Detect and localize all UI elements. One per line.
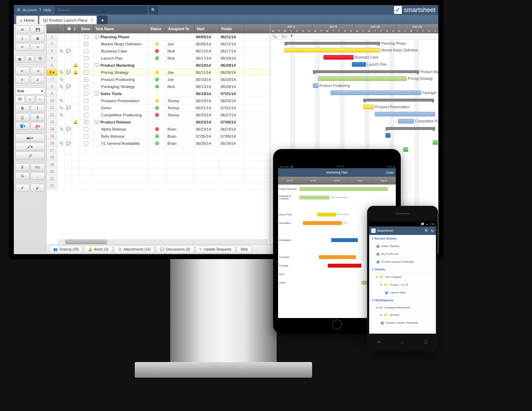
table-row[interactable]: 18 (46, 154, 270, 161)
phone-section-workspaces[interactable]: ▾ Workspaces (369, 297, 436, 304)
table-row[interactable]: 21 (46, 175, 270, 182)
phone-refresh-icon[interactable]: ↻ (431, 229, 434, 233)
paintbrush-button[interactable]: 🖌 (31, 184, 45, 192)
col-status[interactable]: Status (148, 24, 166, 33)
outdent-button[interactable]: ⇤ (15, 67, 29, 75)
phone-ws[interactable]: ▸ 📁Archive (369, 311, 436, 319)
collapse-toggle[interactable]: - (95, 35, 99, 39)
gantt-bar[interactable] (386, 133, 390, 138)
size-select[interactable]: 10 (15, 95, 24, 103)
table-row[interactable]: 9-Sales Tools06/19/1407/01/14 (46, 90, 270, 97)
table-row[interactable]: 20 (46, 168, 270, 175)
phone-section-sheets[interactable]: ▾ Sheets (369, 266, 436, 273)
bold-button[interactable]: B (15, 104, 29, 112)
underline-button[interactable]: U (15, 113, 29, 121)
done-checkbox[interactable] (84, 113, 88, 117)
save-button[interactable]: 💾 (31, 26, 45, 33)
calendar-view-button[interactable]: 📅 (35, 55, 45, 63)
bell-icon[interactable]: 🔔 (73, 120, 78, 124)
phone-folder[interactable]: ▾ 📁Dev Projects (369, 273, 436, 281)
search-input[interactable] (57, 8, 145, 12)
redo-button[interactable]: ↷ (31, 43, 45, 51)
size-up-button[interactable]: + (26, 95, 35, 103)
done-checkbox[interactable] (84, 56, 88, 60)
gantt-bar[interactable]: Planning Phase (284, 42, 380, 45)
phone-folder[interactable]: ▾ 📁Project - v1.75 (369, 281, 436, 289)
fill-color-button[interactable]: 🪣▾ (15, 122, 29, 130)
done-checkbox[interactable] (84, 70, 88, 75)
fx-button[interactable]: f(x) (31, 163, 45, 171)
table-row[interactable]: 10📎Prospect PresentationTeresa06/19/1406… (46, 97, 270, 104)
search-box[interactable] (55, 6, 147, 13)
clip-icon[interactable]: 📎 (59, 105, 64, 110)
gantt-bar[interactable] (363, 99, 434, 102)
table-row[interactable]: 19 (46, 161, 270, 168)
font-color-button[interactable]: A▾ (31, 122, 45, 130)
gantt-bar[interactable]: Pricing Strategy (318, 76, 407, 81)
percent-button[interactable]: % (15, 172, 29, 180)
table-row[interactable]: 22 (46, 182, 270, 190)
phone-back-icon[interactable]: ⇐ (377, 339, 381, 345)
close-tab-icon[interactable]: × (90, 18, 93, 22)
grid-view-button[interactable]: ▦ (15, 55, 24, 63)
phone-home-icon[interactable]: ⌂ (401, 339, 404, 345)
clip-icon[interactable]: 📎 (59, 77, 64, 82)
bubble-icon[interactable]: 💬 (66, 70, 71, 75)
done-checkbox[interactable] (84, 127, 88, 131)
table-row[interactable]: 5🔔-Product Marketing06/10/1406/28/14 (46, 62, 270, 69)
phone-recent-item[interactable]: ▦Sales Pipeline (369, 242, 436, 250)
collapse-toggle[interactable]: - (95, 92, 99, 95)
tab-web[interactable]: Web (237, 246, 251, 253)
italic-button[interactable]: I (31, 104, 45, 112)
undo-button[interactable]: ↶ (15, 43, 29, 51)
gantt-bar[interactable]: Market Reqts Definition (284, 48, 380, 53)
done-checkbox[interactable] (84, 49, 88, 53)
tablet-home-button[interactable] (332, 319, 342, 329)
done-checkbox[interactable] (84, 35, 88, 39)
zoom-out-icon[interactable]: 🔍− (272, 34, 279, 38)
phone-ws[interactable]: ▦Product Launch Schedule (369, 319, 436, 327)
collapse-toggle[interactable]: - (95, 63, 99, 67)
account-link[interactable]: Account (23, 8, 37, 12)
currency-button[interactable]: $ (15, 163, 29, 171)
phone-section-recent[interactable]: ▾ Recent Sheets (369, 235, 436, 242)
search-button[interactable]: 🔍 (149, 6, 158, 13)
tab-sharing[interactable]: 👥Sharing (39) (49, 246, 83, 253)
table-row[interactable]: 17 (46, 147, 270, 154)
tab-home[interactable]: ⌂ Home (16, 16, 38, 24)
col-finish[interactable]: Finish (219, 24, 244, 33)
tab-add[interactable]: + (98, 16, 107, 24)
table-row[interactable]: 2✓Market Reqts DefinitionJoe06/05/1406/2… (46, 40, 270, 48)
phone-search-icon[interactable]: 🔍 (425, 229, 429, 233)
email-button[interactable]: ✉ (15, 26, 29, 33)
tab-sheet[interactable]: Q2 Product Launch Plans × (39, 16, 97, 24)
gantt-bar[interactable]: Prospect Presentation (363, 105, 374, 109)
table-row[interactable]: 6 ▾📎💬🔔Pricing StrategyJoe06/11/1406/26/1… (46, 69, 270, 76)
goto-today-icon[interactable]: 📍 (289, 34, 294, 38)
tab-updates[interactable]: ↻Update Requests (195, 246, 235, 253)
zoom-in-icon[interactable]: 🔍+ (281, 34, 287, 38)
indent-button[interactable]: ⇥ (31, 67, 45, 75)
clip-icon[interactable]: 📎 (59, 84, 64, 89)
bubble-icon[interactable]: 💬 (66, 127, 71, 131)
gantt-bar[interactable]: Launch Plan (352, 62, 366, 67)
bell-icon[interactable]: 🔔 (73, 63, 78, 67)
table-row[interactable]: 13🔔✓-Product Release06/23/1407/05/14 (46, 119, 270, 126)
done-checkbox[interactable]: ✓ (84, 77, 88, 82)
col-start[interactable]: Start (194, 24, 219, 33)
done-checkbox[interactable] (84, 141, 88, 146)
clip-icon[interactable]: 📎 (59, 127, 64, 131)
table-row[interactable]: 14📎💬Alpha ReleaseBrian06/23/1406/23/14 (46, 126, 270, 133)
phone-recent-item[interactable]: ▦My To Do List (369, 250, 436, 258)
clip-icon[interactable]: 📎 (59, 113, 64, 117)
tab-attachments[interactable]: 📎Attachments (14) (114, 246, 155, 253)
gantt-bar[interactable] (403, 147, 408, 152)
gantt-bar[interactable] (386, 127, 435, 130)
wrap-button[interactable]: ↲ (31, 76, 45, 83)
collapse-toggle[interactable]: - (95, 120, 99, 124)
col-done[interactable]: Done (79, 24, 93, 33)
done-checkbox[interactable] (84, 99, 88, 103)
table-row[interactable]: 1-Planning Phase06/05/1406/21/14 (46, 33, 270, 40)
done-checkbox[interactable]: ✓ (84, 120, 88, 124)
table-row[interactable]: 8📎💬✓Packaging StrategyNick06/13/1406/28/… (46, 83, 270, 90)
